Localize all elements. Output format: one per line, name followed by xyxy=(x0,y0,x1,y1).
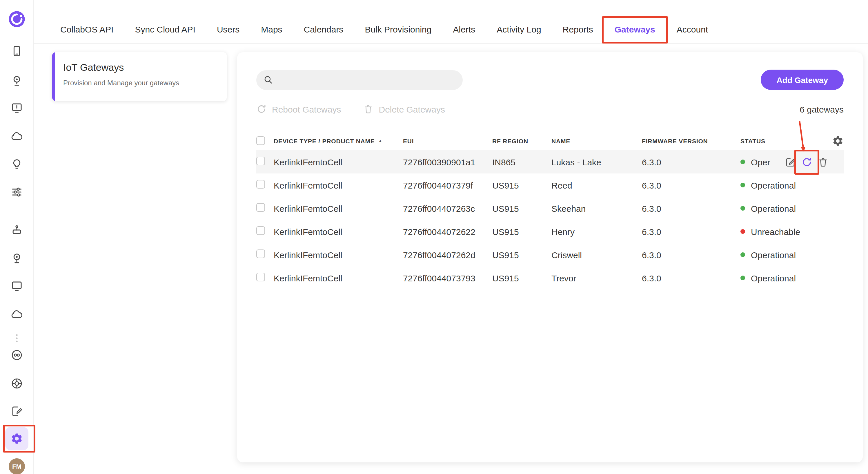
add-gateway-button[interactable]: Add Gateway xyxy=(761,70,844,90)
gateway-count: 6 gateways xyxy=(800,104,844,114)
cell-device: KerlinkIFemtoCell xyxy=(274,157,403,167)
sidebar-divider xyxy=(8,212,26,212)
sidebar-item-wheel[interactable] xyxy=(10,377,24,390)
nav-tab-label: Alerts xyxy=(453,24,475,34)
sidebar-item-sliders[interactable] xyxy=(10,185,24,199)
cell-firmware: 6.3.0 xyxy=(642,203,732,213)
top-nav: CollabOS API Sync Cloud API Users Maps C… xyxy=(34,0,868,43)
nav-tab[interactable]: Alerts xyxy=(453,24,475,35)
status-dot xyxy=(740,253,745,257)
nav-tab-label: Maps xyxy=(261,24,282,34)
sidebar-item-dock-device[interactable] xyxy=(10,223,24,237)
nav-tab[interactable]: Maps xyxy=(261,24,282,35)
status-dot xyxy=(740,183,745,187)
select-all-checkbox[interactable] xyxy=(256,136,265,145)
content-area: CollabOS API Sync Cloud API Users Maps C… xyxy=(34,0,868,474)
search-box[interactable] xyxy=(256,70,463,90)
row-checkbox[interactable] xyxy=(256,180,265,188)
cell-name: Henry xyxy=(551,227,642,236)
cell-name: Skeehan xyxy=(551,203,642,213)
cell-name: Lukas - Lake xyxy=(551,157,642,167)
table-row[interactable]: KerlinkIFemtoCell 7276ff004407263c US915… xyxy=(256,197,844,220)
column-header-rf-region: RF REGION xyxy=(492,138,551,145)
nav-tab-label: Gateways xyxy=(615,24,655,34)
sidebar-item-cloud[interactable] xyxy=(10,129,24,143)
iot-gateways-panel[interactable]: IoT Gateways Provision and Manage your g… xyxy=(52,52,227,101)
avatar[interactable]: FM xyxy=(9,458,25,474)
sidebar-item-video-device[interactable] xyxy=(10,44,24,58)
delete-gateways-button[interactable]: Delete Gateways xyxy=(363,104,445,114)
tablet-icon-2 xyxy=(10,279,23,292)
nav-tab[interactable]: Gateways xyxy=(615,24,655,35)
table-row[interactable]: KerlinkIFemtoCell 7276ff0044073793 US915… xyxy=(256,266,844,290)
table-row[interactable]: KerlinkIFemtoCell 7276ff0044072622 US915… xyxy=(256,220,844,243)
table-row[interactable]: KerlinkIFemtoCell 7276ff004407379f US915… xyxy=(256,174,844,197)
nav-tab[interactable]: Users xyxy=(217,24,240,35)
status-label: Operational xyxy=(751,273,796,283)
nav-tab-label: Users xyxy=(217,24,240,34)
cloud-icon xyxy=(10,130,23,143)
body-area: IoT Gateways Provision and Manage your g… xyxy=(34,43,868,474)
nav-tab[interactable]: CollabOS API xyxy=(60,24,113,35)
row-checkbox[interactable] xyxy=(256,226,265,235)
nav-tab-label: CollabOS API xyxy=(60,24,113,34)
reboot-gateways-button[interactable]: Reboot Gateways xyxy=(256,104,341,114)
sidebar-item-insights[interactable] xyxy=(10,157,24,171)
edit-gateway-icon[interactable] xyxy=(785,156,796,167)
sidebar-item-dots[interactable] xyxy=(10,331,24,345)
nav-tab[interactable]: Account xyxy=(677,24,708,35)
row-checkbox-cell xyxy=(256,273,274,283)
nav-tab-label: Reports xyxy=(563,24,593,34)
cell-name: Trevor xyxy=(551,273,642,283)
sidebar-item-settings[interactable] xyxy=(5,427,28,450)
sliders-icon xyxy=(10,186,23,199)
delete-gateway-icon[interactable] xyxy=(817,156,829,167)
cell-eui: 7276ff0044072622 xyxy=(403,227,492,236)
row-checkbox[interactable] xyxy=(256,249,265,258)
table-row[interactable]: KerlinkIFemtoCell 7276ff004407262d US915… xyxy=(256,243,844,266)
cloud-icon-2 xyxy=(10,308,23,321)
app-root: FM CollabOS API Sync Cloud API Users Map… xyxy=(0,0,868,474)
cell-firmware: 6.3.0 xyxy=(642,250,732,260)
sync-logo[interactable] xyxy=(8,10,26,28)
row-checkbox[interactable] xyxy=(256,157,265,165)
nav-tab[interactable]: Reports xyxy=(563,24,593,35)
row-checkbox[interactable] xyxy=(256,203,265,212)
sidebar-item-document-edit[interactable] xyxy=(10,404,24,418)
table-row[interactable]: KerlinkIFemtoCell 7276ff00390901a1 IN865… xyxy=(256,150,844,174)
sidebar-item-tablet-2[interactable] xyxy=(10,279,24,293)
nav-tab[interactable]: Calendars xyxy=(304,24,344,35)
cell-firmware: 6.3.0 xyxy=(642,180,732,190)
status-dot xyxy=(740,229,745,234)
search-input[interactable] xyxy=(278,75,456,84)
row-checkbox-cell xyxy=(256,203,274,213)
nav-tab[interactable]: Activity Log xyxy=(497,24,541,35)
nav-tab[interactable]: Sync Cloud API xyxy=(135,24,195,35)
column-settings-gear-icon[interactable] xyxy=(832,135,844,147)
sidebar-item-camera-2[interactable] xyxy=(10,251,24,265)
cell-firmware: 6.3.0 xyxy=(642,273,732,283)
column-header-device-label: DEVICE TYPE / PRODUCT NAME xyxy=(274,138,375,145)
reboot-gateway-icon[interactable] xyxy=(801,156,812,167)
reboot-gateways-label: Reboot Gateways xyxy=(272,104,341,114)
status-label: Oper xyxy=(751,157,770,167)
table-header: DEVICE TYPE / PRODUCT NAME▲ EUI RF REGIO… xyxy=(256,132,844,150)
status-dot xyxy=(740,206,745,211)
panel-subtitle: Provision and Manage your gateways xyxy=(63,79,220,87)
sidebar: FM xyxy=(0,0,34,474)
cell-rf-region: US915 xyxy=(492,227,551,236)
sidebar-item-cloud-2[interactable] xyxy=(10,307,24,321)
row-checkbox[interactable] xyxy=(256,273,265,282)
cell-device: KerlinkIFemtoCell xyxy=(274,250,403,260)
sidebar-item-infinity[interactable] xyxy=(10,348,24,362)
column-header-device[interactable]: DEVICE TYPE / PRODUCT NAME▲ xyxy=(274,138,403,145)
nav-tab-label: Account xyxy=(677,24,708,34)
panel-title: IoT Gateways xyxy=(63,62,220,74)
nav-tab[interactable]: Bulk Provisioning xyxy=(365,24,431,35)
gateway-table-body: KerlinkIFemtoCell 7276ff00390901a1 IN865… xyxy=(256,150,844,290)
row-checkbox-cell xyxy=(256,180,274,190)
cell-rf-region: US915 xyxy=(492,180,551,190)
delete-gateways-label: Delete Gateways xyxy=(379,104,445,114)
sidebar-item-camera[interactable] xyxy=(10,74,24,88)
sidebar-item-tablet-alert[interactable] xyxy=(10,101,24,115)
